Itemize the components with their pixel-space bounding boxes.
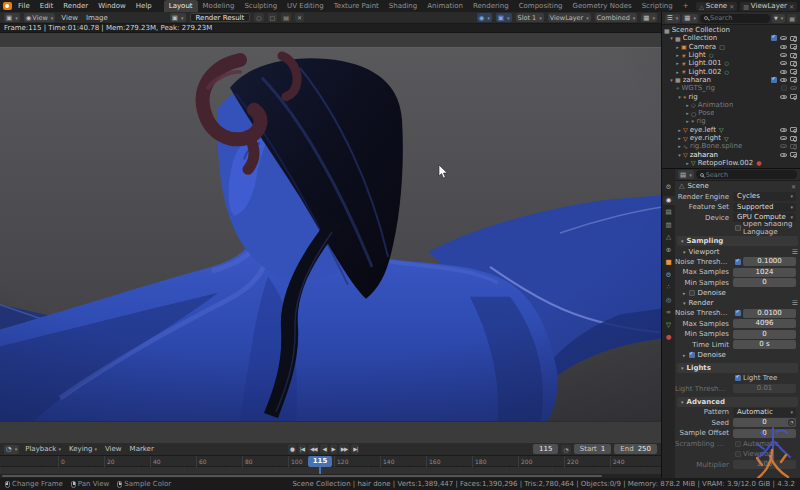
viewlayer-selector[interactable]: ▥ ViewLayer ✕ [740, 2, 797, 11]
timeline-editor-type-button[interactable]: ◔ [4, 445, 19, 454]
expand-icon[interactable]: ▸ [676, 143, 683, 149]
expand-icon[interactable]: ▸ [674, 52, 681, 58]
filter-button[interactable]: ▼ [772, 14, 785, 23]
outliner-row-light[interactable]: ▸ ☀ Light ○ [662, 51, 800, 59]
keying-set-icon[interactable]: ◔ [561, 445, 570, 454]
unlink-image-icon[interactable]: ✕ [295, 13, 304, 22]
add-workspace-button[interactable]: + [678, 0, 694, 12]
tab-geometry-nodes[interactable]: Geometry Nodes [568, 0, 637, 12]
render-visibility-icon[interactable] [790, 53, 797, 58]
r-max-samples-field[interactable]: 4096 [733, 319, 796, 328]
render-visibility-icon[interactable] [790, 44, 797, 49]
hide-icon[interactable] [780, 78, 787, 82]
current-frame-badge[interactable]: 115 [308, 456, 332, 467]
outliner-row-light-001[interactable]: ▸ ☀ Light.001 ○ [662, 59, 800, 67]
hide-icon[interactable] [780, 153, 787, 157]
tab-uv-editing[interactable]: UV Editing [282, 0, 329, 12]
properties-search[interactable] [696, 170, 797, 179]
current-frame-field[interactable]: 115 [533, 444, 558, 454]
render-visibility-icon[interactable] [790, 94, 797, 99]
new-image-icon[interactable]: ▢ [268, 13, 278, 22]
pin-icon[interactable]: ✕ [791, 183, 796, 190]
render-visibility-icon[interactable] [790, 127, 797, 132]
sampling-section-header[interactable]: ▾ Sampling [677, 236, 798, 246]
r-noise-field[interactable]: 0.0100 [743, 309, 796, 318]
end-frame-field[interactable]: End 250 [614, 444, 657, 454]
advanced-section-header[interactable]: ▾ Advanced [677, 397, 798, 407]
outliner-row-camera[interactable]: ▸ ▣ Camera ▢ [662, 43, 800, 51]
mode-dropdown[interactable]: ◉ View [24, 13, 56, 22]
image-datablock-name[interactable]: Render Result [190, 13, 251, 22]
tab-scripting[interactable]: Scripting [637, 0, 678, 12]
render-visibility-icon[interactable] [790, 152, 797, 157]
animate-seed-icon[interactable]: ◔ [788, 419, 795, 426]
preset-icon[interactable]: ☰ [792, 299, 798, 307]
layer-dropdown[interactable]: ViewLayer [548, 13, 591, 22]
next-keyframe-button[interactable]: ▶▶ [339, 444, 349, 454]
expand-icon[interactable]: ▾ [668, 35, 675, 41]
render-visibility-icon[interactable] [790, 144, 797, 149]
outliner-row-rig-data[interactable]: ▸ ⌖ rig [662, 117, 800, 125]
selectable-checkbox[interactable] [781, 85, 787, 91]
menu-file[interactable]: File [14, 0, 34, 12]
outliner-type-button[interactable]: ☰ [665, 14, 680, 23]
tab-particles-icon[interactable]: ∴ [663, 283, 675, 292]
channels-dropdown[interactable]: ▦ [641, 13, 657, 22]
tab-animation[interactable]: Animation [422, 0, 468, 12]
properties-search-input[interactable] [706, 171, 793, 179]
hide-icon[interactable] [780, 95, 787, 99]
render-visibility-icon[interactable] [790, 136, 797, 141]
tab-render-icon[interactable]: ◉ [663, 196, 675, 205]
expand-icon[interactable]: ▸ [676, 127, 683, 133]
image-browse-button[interactable]: ▣ [170, 13, 186, 22]
vp-noise-checkbox[interactable] [735, 259, 741, 265]
outliner-row-eye-left[interactable]: ▸ ▽ eye.left ▽ [662, 126, 800, 134]
outliner-row-light-002[interactable]: ▸ ☀ Light.002 ○ [662, 67, 800, 75]
hide-icon[interactable] [780, 53, 787, 57]
lights-section-header[interactable]: ▾ Lights [677, 363, 798, 373]
render-engine-dropdown[interactable]: Cycles [733, 192, 796, 201]
expand-icon[interactable]: ▾ [676, 152, 683, 158]
viewlayer-unlink-icon[interactable]: ✕ [789, 3, 794, 10]
vp-denoise-checkbox[interactable] [689, 290, 695, 296]
play-reverse-button[interactable]: ◀ [320, 444, 327, 454]
properties-type-button[interactable]: ▤ [678, 170, 694, 179]
vp-min-samples-field[interactable]: 0 [733, 278, 796, 287]
open-image-icon[interactable]: ▤ [281, 13, 291, 22]
outliner-row-retopoflow[interactable]: ▸ ▽ RetopoFlow.002 ● [662, 159, 800, 167]
tab-physics-icon[interactable]: ◎ [663, 296, 675, 305]
keying-menu[interactable]: Keying [67, 445, 99, 453]
vp-max-samples-field[interactable]: 1024 [733, 268, 796, 277]
hide-icon[interactable] [780, 128, 787, 132]
hide-icon[interactable] [780, 61, 787, 65]
hide-icon[interactable] [780, 70, 787, 74]
menu-window[interactable]: Window [94, 0, 130, 12]
tab-texture-paint[interactable]: Texture Paint [329, 0, 384, 12]
new-collection-button[interactable]: ▦ [787, 14, 797, 23]
hide-icon[interactable] [780, 45, 787, 49]
light-tree-checkbox[interactable] [735, 375, 741, 381]
hide-icon[interactable] [780, 144, 787, 148]
tab-modeling[interactable]: Modeling [198, 0, 240, 12]
vp-noise-field[interactable]: 0.1000 [743, 257, 796, 266]
viewport-subsection-header[interactable]: ▾ Viewport ☰ [683, 247, 798, 256]
r-denoise-header[interactable]: ▸ Denoise [683, 351, 798, 360]
image-menu[interactable]: Image [84, 14, 110, 22]
blender-logo-icon[interactable] [3, 2, 12, 10]
tab-output-icon[interactable]: ▤ [663, 208, 675, 217]
sample-offset-field[interactable]: 0 [733, 429, 796, 438]
outliner-row-collection[interactable]: ▾ ▦ Collection [662, 34, 800, 42]
menu-edit[interactable]: Edit [36, 0, 58, 12]
tab-world-icon[interactable]: ⊕ [663, 246, 675, 255]
tab-shading[interactable]: Shading [384, 0, 422, 12]
tab-material-icon[interactable]: ● [663, 333, 675, 342]
playback-menu[interactable]: Playback [23, 445, 63, 453]
outliner-row-rig[interactable]: ▾ ⌖ rig [662, 92, 800, 100]
seed-field[interactable]: 0 ◔ [733, 418, 796, 427]
play-button[interactable]: ▶ [330, 444, 337, 454]
outliner-search[interactable] [700, 14, 770, 23]
expand-icon[interactable]: ▸ [676, 135, 683, 141]
prev-keyframe-button[interactable]: ◀◀ [308, 444, 318, 454]
start-frame-field[interactable]: Start 1 [574, 444, 612, 454]
feature-set-dropdown[interactable]: Supported [733, 203, 796, 212]
